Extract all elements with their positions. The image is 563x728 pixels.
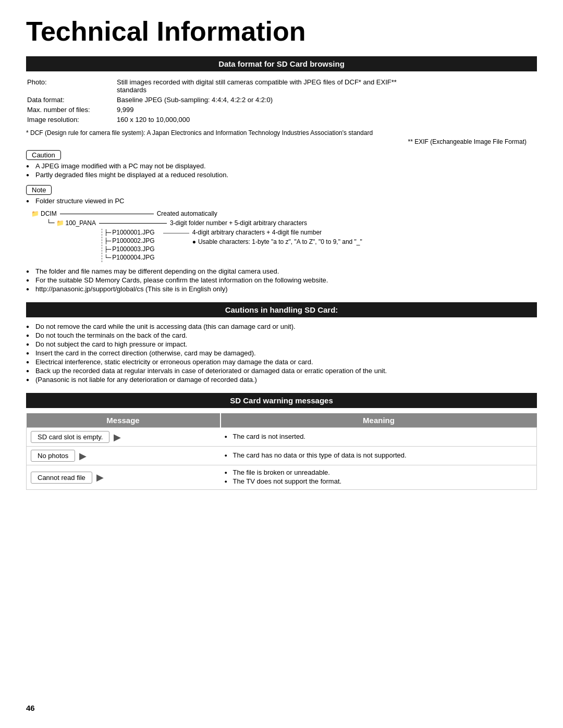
note-list: Folder structure viewed in PC: [26, 197, 537, 205]
caution-label: Caution: [26, 150, 61, 160]
sd-card-browsing-section: Data format for SD Card browsing Photo: …: [26, 56, 537, 293]
list-item: Electrical interference, static electric…: [26, 358, 537, 366]
list-item: Back up the recorded data at regular int…: [26, 367, 537, 375]
sd-card-browsing-header: Data format for SD Card browsing: [26, 56, 537, 71]
field-label: Data format:: [27, 95, 111, 104]
folder-tree-dcim: 📁 DCIM Created automatically: [31, 210, 537, 217]
col-meaning-header: Meaning: [221, 413, 537, 428]
list-item: For the suitable SD Memory Cards, please…: [26, 276, 537, 284]
meaning-cell: The card has no data or this type of dat…: [221, 447, 537, 465]
file-4: P1000004.JPG: [112, 254, 154, 261]
list-item: (Panasonic is not liable for any deterio…: [26, 376, 537, 384]
caution-list: A JPEG image modified with a PC may not …: [26, 162, 537, 179]
field-label: Photo:: [27, 78, 111, 94]
field-value: Still images recorded with digital still…: [112, 78, 536, 94]
message-cell: Cannot read file ▶: [27, 465, 221, 490]
table-header-row: Message Meaning: [27, 413, 537, 428]
file-3: P1000003.JPG: [112, 245, 154, 253]
folder-tree-files: ├─ P1000001.JPG ├─ P1000002.JPG ├─ P1000…: [63, 229, 537, 262]
file-2: P1000002.JPG: [112, 237, 154, 244]
message-box: Cannot read file: [31, 472, 92, 484]
file-1: P1000001.JPG: [112, 229, 154, 236]
warning-messages-table: Message Meaning SD card slot is empty. ▶…: [26, 413, 537, 490]
sd-card-warnings-header: SD Card warning messages: [26, 393, 537, 408]
message-box: SD card slot is empty.: [31, 431, 109, 443]
meaning-item: The file is broken or unreadable.: [225, 468, 532, 476]
handling-list: Do not remove the card while the unit is…: [26, 323, 537, 384]
folder-tree-100pana: └─ 📁 100_PANA 3-digit folder number + 5-…: [47, 219, 537, 227]
dcim-label: DCIM: [41, 210, 57, 217]
message-cell: No photos ▶: [27, 447, 221, 465]
note-box: Note Folder structure viewed in PC: [26, 182, 537, 205]
footnote1: * DCF (Design rule for camera file syste…: [26, 129, 537, 137]
folder-tree: 📁 DCIM Created automatically └─ 📁 100_PA…: [31, 210, 537, 262]
footnote2: ** EXIF (Exchangeable Image File Format): [26, 138, 527, 145]
pana-label: 100_PANA: [65, 219, 95, 227]
meaning-item: The TV does not support the format.: [225, 477, 532, 485]
message-cell: SD card slot is empty. ▶: [27, 428, 221, 447]
meaning-item: The card is not inserted.: [225, 433, 532, 440]
table-row: No photos ▶ The card has no data or this…: [27, 447, 537, 465]
table-row: Data format: Baseline JPEG (Sub-sampling…: [27, 95, 536, 104]
list-item: Do not remove the card while the unit is…: [26, 323, 537, 330]
page-title: Technical Information: [26, 16, 537, 47]
extra-bullets-list: The folder and file names may be differe…: [26, 267, 537, 293]
sd-card-handling-header: Cautions in handling SD Card:: [26, 302, 537, 317]
field-value: 9,999: [112, 105, 536, 114]
sd-card-handling-section: Cautions in handling SD Card: Do not rem…: [26, 302, 537, 384]
table-row: Photo: Still images recorded with digita…: [27, 78, 536, 94]
list-item: Insert the card in the correct direction…: [26, 349, 537, 357]
field-label: Max. number of files:: [27, 105, 111, 114]
sd-card-warnings-section: SD Card warning messages Message Meaning…: [26, 393, 537, 490]
list-item: Folder structure viewed in PC: [26, 197, 537, 205]
list-item: Do not touch the terminals on the back o…: [26, 331, 537, 339]
message-box: No photos: [31, 450, 75, 462]
table-row: Max. number of files: 9,999: [27, 105, 536, 114]
files-desc1: 4-digit arbitrary characters + 4-digit f…: [192, 229, 362, 236]
list-item: The folder and file names may be differe…: [26, 267, 537, 275]
list-item: A JPEG image modified with a PC may not …: [26, 162, 537, 170]
arrow-icon: ▶: [96, 472, 104, 483]
page-number: 46: [26, 704, 35, 712]
table-row: SD card slot is empty. ▶ The card is not…: [27, 428, 537, 447]
meaning-cell: The card is not inserted.: [221, 428, 537, 447]
table-row: Image resolution: 160 x 120 to 10,000,00…: [27, 115, 536, 124]
caution-box: Caution A JPEG image modified with a PC …: [26, 147, 537, 179]
files-desc2: Usable characters: 1-byte "a to z", "A t…: [198, 238, 362, 245]
field-value: 160 x 120 to 10,000,000: [112, 115, 536, 124]
meaning-cell: The file is broken or unreadable. The TV…: [221, 465, 537, 490]
pana-desc: 3-digit folder number + 5-digit arbitrar…: [170, 219, 307, 227]
field-value: Baseline JPEG (Sub-sampling: 4:4:4, 4:2:…: [112, 95, 536, 104]
col-message-header: Message: [27, 413, 221, 428]
list-item: http://panasonic.jp/support/global/cs (T…: [26, 285, 537, 293]
list-item: Do not subject the card to high pressure…: [26, 340, 537, 348]
sd-card-data-table: Photo: Still images recorded with digita…: [26, 77, 537, 125]
meaning-item: The card has no data or this type of dat…: [225, 451, 532, 459]
table-row: Cannot read file ▶ The file is broken or…: [27, 465, 537, 490]
arrow-icon: ▶: [79, 450, 87, 462]
arrow-icon: ▶: [114, 431, 121, 443]
dcim-desc: Created automatically: [157, 210, 217, 217]
note-label: Note: [26, 185, 52, 195]
field-label: Image resolution:: [27, 115, 111, 124]
list-item: Partly degraded files might be displayed…: [26, 171, 537, 179]
